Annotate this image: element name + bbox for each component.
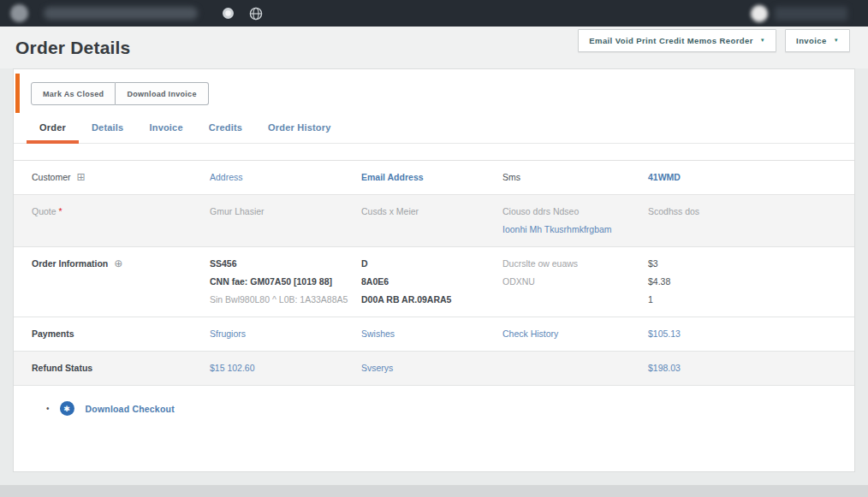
order-actions-label: Email Void Print Credit Memos Reorder [589, 36, 752, 45]
table-link[interactable]: $15 102.60 [210, 359, 351, 377]
table-cell: Payments [32, 325, 210, 343]
grid-icon[interactable]: ⊞ [77, 171, 86, 183]
download-invoice-button[interactable]: Download Invoice [116, 82, 208, 105]
checkout-badge-icon: ✱ [60, 401, 74, 416]
table-text: $3 [648, 255, 835, 273]
table-text: D00A RB AR.09ARA5 [361, 291, 492, 309]
table-text: Payments [32, 325, 199, 343]
table-link[interactable]: Email Address [361, 169, 492, 186]
table-row: Refund Status$15 102.60Svserys$198.03 [14, 352, 854, 386]
table-text: Order Information⊕ [32, 255, 199, 273]
redacted-menu-label [44, 7, 198, 20]
order-details-panel: Mark As Closed Download Invoice OrderDet… [13, 68, 855, 472]
table-row: Quote*Gmur LhasierCusds x MeierCiouso dd… [14, 195, 854, 247]
table-cell: $105.13 [648, 325, 846, 343]
table-cell: Cusds x Meier [361, 203, 502, 239]
orange-accent-bar [15, 74, 20, 113]
table-cell: Scodhss dos [648, 203, 846, 239]
table-text: $4.38 [648, 273, 835, 291]
table-row: Order Information⊕SS456CNN fae: GM07A50 … [14, 247, 854, 317]
tab-order[interactable]: Order [27, 117, 79, 143]
table-link[interactable]: Check History [502, 325, 638, 343]
chevron-down-icon: ▼ [834, 38, 839, 43]
table-cell: $15 102.60 [210, 359, 361, 377]
table-row: PaymentsSfrugiorsSwishesCheck History$10… [14, 317, 854, 352]
table-link[interactable]: Ioonhi Mh Tkusrhmkfrgbam [502, 221, 638, 239]
order-actions-button[interactable]: Email Void Print Credit Memos Reorder ▼ [578, 29, 776, 52]
table-text: Refund Status [32, 359, 199, 377]
invoice-button[interactable]: Invoice ▼ [785, 29, 850, 52]
table-text: SS456 [210, 255, 351, 273]
bullet-marker: • [46, 404, 50, 413]
tab-order-history[interactable]: Order History [255, 117, 344, 143]
table-cell: $198.03 [648, 359, 846, 377]
footer-link-item[interactable]: • ✱ Download Checkout [46, 401, 854, 416]
table-text: Gmur Lhasier [210, 203, 351, 221]
table-text: Ducrslte ow euaws [502, 255, 638, 273]
table-link[interactable]: Svserys [361, 359, 492, 377]
table-text: Scodhss dos [648, 203, 835, 221]
table-cell: Email Address [361, 169, 502, 186]
table-text: Ciouso ddrs Ndseo [502, 203, 638, 221]
avatar[interactable] [751, 5, 768, 22]
table-cell: Swishes [361, 325, 502, 343]
table-cell: Customer⊞ [32, 169, 210, 186]
page-bottom-strip [0, 485, 868, 497]
notification-icon[interactable] [222, 7, 235, 20]
table-cell: Refund Status [32, 359, 210, 377]
chevron-down-icon: ▼ [760, 38, 765, 43]
required-asterisk: * [59, 206, 62, 216]
order-detail-table: Customer⊞AddressEmail AddressSms41WMDQuo… [14, 160, 854, 386]
table-text: 1 [648, 291, 835, 309]
tab-details[interactable]: Details [79, 117, 136, 143]
header-actions: Email Void Print Credit Memos Reorder ▼ … [578, 29, 850, 52]
redacted-username [775, 7, 847, 21]
page-title: Order Details [15, 38, 131, 58]
table-cell: Address [210, 169, 361, 186]
table-text: ODXNU [502, 273, 638, 291]
download-checkout-link[interactable]: Download Checkout [86, 404, 175, 414]
table-cell: Ciouso ddrs NdseoIoonhi Mh Tkusrhmkfrgba… [502, 203, 648, 239]
table-text: D [361, 255, 492, 273]
topbar [0, 0, 868, 27]
table-link[interactable]: 41WMD [648, 169, 835, 186]
table-text: 8A0E6 [361, 273, 492, 291]
globe-icon[interactable] [249, 7, 263, 21]
app-logo-icon[interactable] [10, 4, 28, 22]
table-cell [502, 359, 648, 377]
table-cell: Check History [502, 325, 648, 343]
table-link[interactable]: $198.03 [648, 359, 835, 377]
table-cell: Ducrslte ow euawsODXNU [502, 255, 648, 309]
table-link[interactable]: Address [210, 169, 351, 186]
tab-invoice[interactable]: Invoice [136, 117, 195, 143]
table-text: Quote* [32, 203, 199, 221]
table-cell: $3$4.381 [648, 255, 846, 309]
mark-as-closed-button[interactable]: Mark As Closed [31, 82, 116, 105]
table-text: CNN fae: GM07A50 [1019 88] [210, 273, 351, 291]
table-cell: 41WMD [648, 169, 846, 186]
table-link[interactable]: $105.13 [648, 325, 835, 343]
table-text: Sin Bwl980L80 ^ L0B: 1A33A88A5 [210, 291, 351, 309]
table-link[interactable]: Swishes [361, 325, 492, 343]
table-text: Customer⊞ [32, 169, 199, 186]
table-row: Customer⊞AddressEmail AddressSms41WMD [14, 161, 854, 195]
table-cell: Gmur Lhasier [210, 203, 361, 239]
tabs: OrderDetailsInvoiceCreditsOrder History [14, 117, 854, 144]
segmented-buttons: Mark As Closed Download Invoice [31, 82, 854, 105]
table-text: Cusds x Meier [361, 203, 492, 221]
invoice-button-label: Invoice [796, 36, 827, 45]
help-icon[interactable]: ⊕ [114, 257, 122, 269]
table-cell: Sfrugiors [210, 325, 361, 343]
table-cell: Order Information⊕ [32, 255, 210, 309]
tab-credits[interactable]: Credits [196, 117, 255, 143]
table-cell: Quote* [32, 203, 210, 239]
table-cell: Sms [502, 169, 648, 186]
table-cell: SS456CNN fae: GM07A50 [1019 88]Sin Bwl98… [210, 255, 361, 309]
page-header: Order Details Email Void Print Credit Me… [0, 27, 868, 68]
table-text: Sms [502, 169, 638, 186]
table-cell: Svserys [361, 359, 502, 377]
table-cell: D8A0E6D00A RB AR.09ARA5 [361, 255, 502, 309]
table-link[interactable]: Sfrugiors [210, 325, 351, 343]
